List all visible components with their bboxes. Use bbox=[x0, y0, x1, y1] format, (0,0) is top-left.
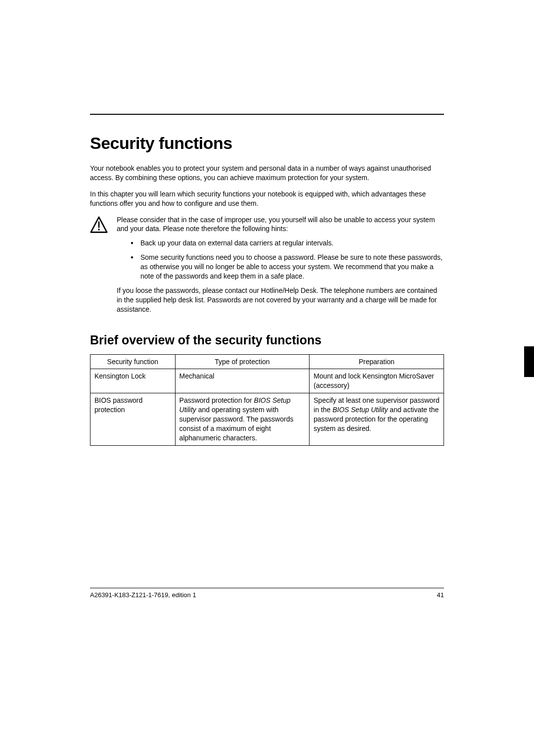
table-row: Kensington Lock Mechanical Mount and loc… bbox=[90, 369, 444, 393]
table-cell: Kensington Lock bbox=[90, 369, 176, 393]
table-cell: Mount and lock Kensington MicroSaver (ac… bbox=[310, 369, 444, 393]
warning-list: Back up your data on external data carri… bbox=[117, 238, 444, 281]
footer-rule bbox=[90, 588, 444, 588]
table-cell: BIOS password protection bbox=[90, 393, 176, 445]
security-table: Security function Type of protection Pre… bbox=[90, 354, 444, 446]
warning-text: Please consider that in the case of impr… bbox=[117, 215, 444, 319]
document-page: Security functions Your notebook enables… bbox=[0, 0, 534, 446]
table-header: Preparation bbox=[310, 354, 444, 369]
footer-doc-id: A26391-K183-Z121-1-7619, edition 1 bbox=[90, 591, 196, 599]
table-cell: Password protection for BIOS Setup Utili… bbox=[175, 393, 310, 445]
page-heading: Security functions bbox=[90, 134, 444, 153]
warning-icon bbox=[90, 216, 108, 234]
tab-mark bbox=[524, 346, 534, 377]
table-header: Security function bbox=[90, 354, 176, 369]
svg-point-2 bbox=[98, 229, 100, 231]
table-cell: Mechanical bbox=[175, 369, 310, 393]
table-header: Type of protection bbox=[175, 354, 310, 369]
table-row: BIOS password protection Password protec… bbox=[90, 393, 444, 445]
top-rule bbox=[90, 114, 444, 115]
warning-bullet: Some security functions need you to choo… bbox=[131, 253, 444, 281]
intro-paragraph-2: In this chapter you will learn which sec… bbox=[90, 189, 444, 208]
intro-paragraph-1: Your notebook enables you to protect you… bbox=[90, 164, 444, 183]
footer-page-number: 41 bbox=[437, 591, 444, 599]
warning-para-1: Please consider that in the case of impr… bbox=[117, 215, 444, 234]
warning-block: Please consider that in the case of impr… bbox=[90, 215, 444, 319]
warning-para-2: If you loose the passwords, please conta… bbox=[117, 286, 444, 314]
warning-bullet: Back up your data on external data carri… bbox=[131, 238, 444, 248]
section-subheading: Brief overview of the security functions bbox=[90, 333, 444, 347]
table-cell: Specify at least one supervisor password… bbox=[310, 393, 444, 445]
table-header-row: Security function Type of protection Pre… bbox=[90, 354, 444, 369]
